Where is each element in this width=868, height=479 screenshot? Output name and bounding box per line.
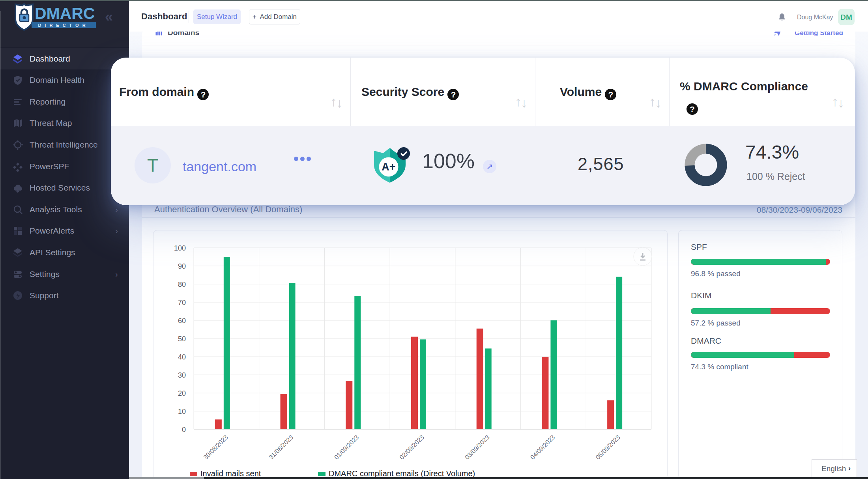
svg-text:DIRECTOR: DIRECTOR [38,23,89,28]
svg-text:DMARC: DMARC [35,4,95,22]
svg-text:DMARC compliant emails (Direct: DMARC compliant emails (Direct Volume) [329,469,475,478]
svg-text:05/09/2023: 05/09/2023 [595,434,622,461]
svg-text:0: 0 [182,426,186,434]
svg-text:90: 90 [178,262,186,270]
svg-text:100: 100 [174,244,186,252]
svg-text:31/08/2023: 31/08/2023 [268,434,295,461]
svg-text:50: 50 [178,335,186,343]
svg-text:60: 60 [178,317,186,325]
svg-text:Invalid mails sent: Invalid mails sent [200,469,261,478]
svg-text:03/09/2023: 03/09/2023 [464,434,491,461]
svg-text:70: 70 [178,299,186,307]
svg-text:80: 80 [178,281,186,288]
svg-text:02/09/2023: 02/09/2023 [398,434,425,461]
svg-text:04/09/2023: 04/09/2023 [529,434,556,461]
svg-text:30/08/2023: 30/08/2023 [202,434,229,461]
svg-text:20: 20 [178,389,186,397]
svg-text:40: 40 [178,353,186,361]
svg-text:30: 30 [178,371,186,379]
svg-text:10: 10 [178,408,186,415]
svg-text:A+: A+ [382,161,395,173]
svg-text:01/09/2023: 01/09/2023 [333,434,360,461]
